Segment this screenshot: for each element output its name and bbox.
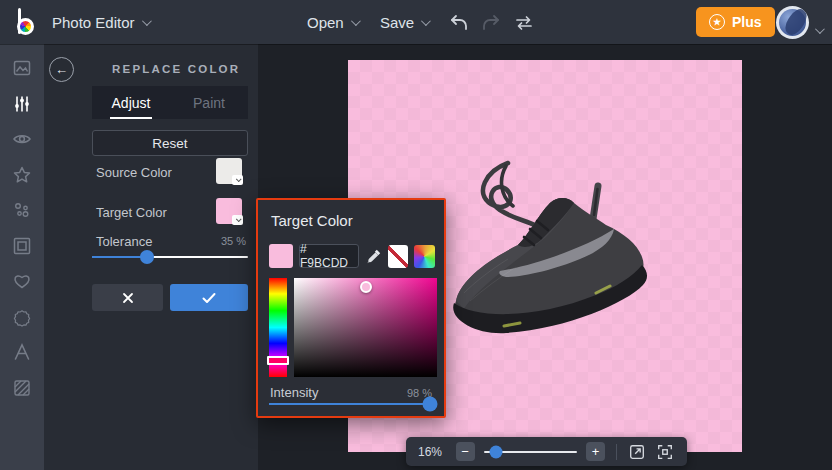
photo-icon[interactable] — [9, 57, 35, 79]
app-title-menu[interactable]: Photo Editor — [52, 0, 149, 44]
undo-icon[interactable] — [448, 12, 470, 34]
reset-button[interactable]: Reset — [92, 130, 248, 156]
befunky-logo[interactable] — [13, 7, 43, 37]
slider-thumb[interactable] — [423, 397, 438, 412]
apply-button[interactable] — [170, 284, 248, 311]
account-chevron[interactable] — [815, 20, 822, 38]
heart-icon[interactable] — [9, 270, 35, 292]
save-menu[interactable]: Save — [380, 0, 428, 44]
tolerance-slider[interactable] — [92, 250, 248, 264]
texture-icon[interactable] — [9, 377, 35, 399]
star-icon: ★ — [709, 14, 725, 30]
target-color-label: Target Color — [96, 205, 167, 220]
fullscreen-icon[interactable] — [656, 442, 675, 462]
saturation-brightness-field[interactable] — [294, 278, 437, 377]
touchup-dots-icon[interactable] — [9, 199, 35, 221]
zoom-toolbar: 16% − + — [406, 437, 687, 466]
source-color-swatch[interactable] — [216, 158, 242, 184]
panel-tabs: Adjust Paint — [92, 86, 248, 119]
star-icon[interactable] — [9, 164, 35, 186]
close-icon — [121, 291, 135, 305]
badge-icon[interactable] — [9, 306, 35, 328]
tab-adjust[interactable]: Adjust — [92, 86, 170, 119]
popup-title: Target Color — [271, 212, 353, 229]
replace-color-panel: ← REPLACE COLOR Adjust Paint Reset Sourc… — [44, 44, 258, 470]
open-menu[interactable]: Open — [307, 0, 358, 44]
tolerance-label: Tolerance — [96, 234, 152, 249]
transparent-option[interactable] — [388, 245, 409, 268]
tab-paint[interactable]: Paint — [170, 86, 248, 119]
tolerance-value: 35 % — [221, 235, 246, 247]
plus-upgrade-button[interactable]: ★ Plus — [696, 7, 775, 37]
source-color-label: Source Color — [96, 165, 172, 180]
sneaker-image[interactable] — [446, 153, 660, 343]
sliders-icon[interactable] — [9, 93, 35, 115]
chevron-down-icon — [142, 16, 152, 26]
intensity-slider[interactable] — [269, 397, 437, 411]
check-icon — [201, 291, 217, 305]
frame-icon[interactable] — [9, 235, 35, 257]
eyedropper-icon[interactable] — [365, 247, 382, 266]
tool-rail — [0, 44, 44, 470]
zoom-in-button[interactable]: + — [586, 442, 605, 461]
app-title: Photo Editor — [52, 14, 135, 31]
hue-marker[interactable] — [267, 356, 289, 365]
redo-icon[interactable] — [480, 12, 502, 34]
target-color-swatch[interactable] — [216, 198, 242, 224]
slider-thumb[interactable] — [489, 445, 502, 458]
chevron-down-icon — [815, 24, 825, 34]
hue-slider[interactable] — [269, 278, 287, 377]
repeat-icon[interactable] — [513, 12, 535, 34]
avatar[interactable] — [776, 6, 809, 39]
swatch-dropdown-icon — [232, 175, 243, 185]
fit-screen-icon[interactable] — [628, 442, 647, 462]
slider-thumb[interactable] — [140, 250, 154, 264]
zoom-slider[interactable] — [484, 445, 577, 459]
color-cursor[interactable] — [360, 281, 372, 293]
cancel-button[interactable] — [92, 284, 163, 311]
zoom-level: 16% — [418, 445, 447, 459]
top-bar: Photo Editor Open Save ★ Plus — [0, 0, 832, 44]
back-button[interactable]: ← — [49, 57, 74, 82]
zoom-out-button[interactable]: − — [456, 442, 475, 461]
text-a-icon[interactable] — [9, 341, 35, 363]
spectrum-option[interactable] — [414, 245, 435, 268]
chevron-down-icon — [421, 16, 431, 26]
target-color-popup: Target Color # F9BCDD Intensity 98 % — [256, 198, 446, 418]
eye-icon[interactable] — [9, 128, 35, 150]
color-input-row: # F9BCDD — [269, 244, 435, 268]
current-color-swatch[interactable] — [269, 244, 293, 268]
hex-input[interactable]: # F9BCDD — [299, 244, 359, 268]
panel-title: REPLACE COLOR — [112, 63, 240, 75]
chevron-down-icon — [351, 16, 361, 26]
swatch-dropdown-icon — [232, 215, 243, 225]
